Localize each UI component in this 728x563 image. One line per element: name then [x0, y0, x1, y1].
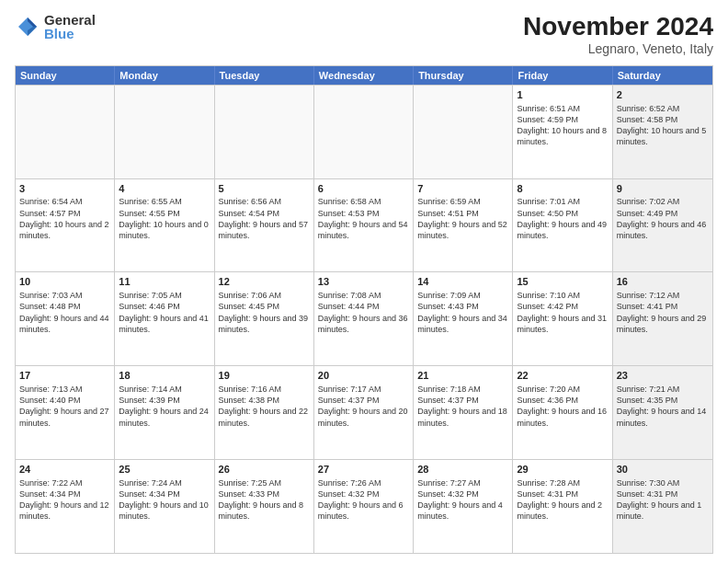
day-info: Daylight: 9 hours and 52 minutes. [417, 219, 508, 241]
day-number: 5 [219, 182, 310, 196]
day-info: Sunrise: 7:30 AM [617, 477, 709, 488]
calendar-cell [414, 86, 513, 178]
calendar-cell [215, 86, 314, 178]
calendar-cell [314, 86, 414, 178]
title-block: November 2024 Legnaro, Veneto, Italy [523, 13, 713, 56]
day-header-sunday: Sunday [16, 66, 115, 85]
day-info: Daylight: 9 hours and 29 minutes. [617, 313, 709, 335]
day-info: Daylight: 9 hours and 6 minutes. [318, 500, 409, 522]
calendar-cell: 1Sunrise: 6:51 AMSunset: 4:59 PMDaylight… [513, 86, 612, 178]
day-number: 21 [417, 369, 508, 383]
calendar-body: 1Sunrise: 6:51 AMSunset: 4:59 PMDaylight… [16, 85, 712, 553]
calendar-row-2: 10Sunrise: 7:03 AMSunset: 4:48 PMDayligh… [16, 271, 712, 365]
day-header-friday: Friday [513, 66, 612, 85]
calendar-row-0: 1Sunrise: 6:51 AMSunset: 4:59 PMDaylight… [16, 85, 712, 178]
day-info: Sunrise: 7:09 AM [417, 290, 508, 301]
day-info: Sunset: 4:59 PM [517, 114, 608, 125]
month-title: November 2024 [523, 13, 713, 41]
day-info: Sunset: 4:34 PM [119, 488, 210, 500]
day-info: Sunset: 4:55 PM [119, 208, 210, 219]
day-info: Daylight: 9 hours and 8 minutes. [219, 500, 310, 522]
calendar-cell: 7Sunrise: 6:59 AMSunset: 4:51 PMDaylight… [414, 179, 513, 272]
day-number: 12 [219, 275, 310, 289]
day-info: Sunset: 4:40 PM [19, 395, 110, 406]
day-info: Sunset: 4:46 PM [119, 301, 210, 312]
calendar-cell: 30Sunrise: 7:30 AMSunset: 4:31 PMDayligh… [613, 460, 712, 553]
day-info: Daylight: 9 hours and 24 minutes. [119, 406, 210, 428]
day-info: Sunset: 4:38 PM [219, 395, 310, 406]
calendar-cell: 13Sunrise: 7:08 AMSunset: 4:44 PMDayligh… [314, 272, 414, 365]
day-info: Daylight: 9 hours and 49 minutes. [517, 219, 608, 241]
day-info: Sunrise: 6:54 AM [19, 196, 110, 207]
logo-blue: Blue [44, 27, 96, 40]
day-info: Daylight: 9 hours and 18 minutes. [417, 406, 508, 428]
day-info: Sunset: 4:36 PM [517, 395, 608, 406]
calendar-cell: 23Sunrise: 7:21 AMSunset: 4:35 PMDayligh… [613, 366, 712, 459]
page: General Blue November 2024 Legnaro, Vene… [0, 0, 728, 563]
day-info: Daylight: 9 hours and 41 minutes. [119, 313, 210, 335]
day-info: Sunrise: 7:10 AM [517, 290, 608, 301]
day-info: Sunset: 4:49 PM [617, 208, 709, 219]
day-header-saturday: Saturday [613, 66, 712, 85]
day-info: Daylight: 9 hours and 54 minutes. [318, 219, 409, 241]
day-number: 26 [219, 463, 310, 477]
logo-icon [15, 14, 40, 40]
day-info: Daylight: 9 hours and 22 minutes. [219, 406, 310, 428]
day-info: Sunset: 4:54 PM [219, 208, 310, 219]
calendar-cell: 25Sunrise: 7:24 AMSunset: 4:34 PMDayligh… [115, 460, 214, 553]
day-info: Sunrise: 7:22 AM [19, 477, 110, 488]
calendar-cell: 17Sunrise: 7:13 AMSunset: 4:40 PMDayligh… [16, 366, 115, 459]
calendar-cell: 22Sunrise: 7:20 AMSunset: 4:36 PMDayligh… [513, 366, 612, 459]
calendar-cell: 29Sunrise: 7:28 AMSunset: 4:31 PMDayligh… [513, 460, 612, 553]
calendar-cell: 21Sunrise: 7:18 AMSunset: 4:37 PMDayligh… [414, 366, 513, 459]
day-info: Sunset: 4:35 PM [617, 395, 709, 406]
day-info: Sunset: 4:48 PM [19, 301, 110, 312]
day-info: Sunrise: 7:16 AM [219, 384, 310, 395]
day-number: 4 [119, 182, 210, 196]
calendar-cell: 20Sunrise: 7:17 AMSunset: 4:37 PMDayligh… [314, 366, 414, 459]
day-info: Daylight: 9 hours and 36 minutes. [318, 313, 409, 335]
calendar-cell: 16Sunrise: 7:12 AMSunset: 4:41 PMDayligh… [613, 272, 712, 365]
calendar-cell: 9Sunrise: 7:02 AMSunset: 4:49 PMDaylight… [613, 179, 712, 272]
day-info: Sunset: 4:41 PM [617, 301, 709, 312]
day-info: Sunrise: 7:01 AM [517, 196, 608, 207]
day-info: Sunset: 4:31 PM [617, 488, 709, 500]
day-number: 23 [617, 369, 709, 383]
day-number: 1 [517, 88, 608, 102]
calendar-cell: 5Sunrise: 6:56 AMSunset: 4:54 PMDaylight… [215, 179, 314, 272]
day-info: Sunrise: 6:51 AM [517, 103, 608, 114]
day-info: Sunrise: 7:06 AM [219, 290, 310, 301]
calendar-cell: 12Sunrise: 7:06 AMSunset: 4:45 PMDayligh… [215, 272, 314, 365]
day-number: 11 [119, 275, 210, 289]
calendar-cell: 4Sunrise: 6:55 AMSunset: 4:55 PMDaylight… [115, 179, 214, 272]
day-info: Daylight: 9 hours and 16 minutes. [517, 406, 608, 428]
day-info: Sunrise: 7:27 AM [417, 477, 508, 488]
day-info: Sunrise: 7:08 AM [318, 290, 409, 301]
day-info: Daylight: 9 hours and 14 minutes. [617, 406, 709, 428]
day-info: Sunrise: 7:25 AM [219, 477, 310, 488]
day-info: Sunrise: 7:14 AM [119, 384, 210, 395]
day-info: Sunset: 4:57 PM [19, 208, 110, 219]
day-info: Sunrise: 6:52 AM [617, 103, 709, 114]
calendar-row-4: 24Sunrise: 7:22 AMSunset: 4:34 PMDayligh… [16, 459, 712, 553]
day-info: Sunset: 4:51 PM [417, 208, 508, 219]
day-number: 10 [19, 275, 110, 289]
day-info: Sunrise: 7:17 AM [318, 384, 409, 395]
day-info: Sunrise: 7:21 AM [617, 384, 709, 395]
day-info: Sunset: 4:42 PM [517, 301, 608, 312]
calendar-cell: 10Sunrise: 7:03 AMSunset: 4:48 PMDayligh… [16, 272, 115, 365]
day-info: Sunrise: 7:24 AM [119, 477, 210, 488]
day-number: 16 [617, 275, 709, 289]
day-info: Daylight: 9 hours and 34 minutes. [417, 313, 508, 335]
day-header-monday: Monday [115, 66, 214, 85]
day-info: Sunrise: 6:59 AM [417, 196, 508, 207]
calendar-cell: 18Sunrise: 7:14 AMSunset: 4:39 PMDayligh… [115, 366, 214, 459]
day-info: Daylight: 9 hours and 27 minutes. [19, 406, 110, 428]
day-number: 8 [517, 182, 608, 196]
calendar-cell: 28Sunrise: 7:27 AMSunset: 4:32 PMDayligh… [414, 460, 513, 553]
day-info: Daylight: 9 hours and 39 minutes. [219, 313, 310, 335]
day-number: 29 [517, 463, 608, 477]
day-number: 24 [19, 463, 110, 477]
header: General Blue November 2024 Legnaro, Vene… [15, 13, 713, 56]
day-info: Daylight: 9 hours and 4 minutes. [417, 500, 508, 522]
